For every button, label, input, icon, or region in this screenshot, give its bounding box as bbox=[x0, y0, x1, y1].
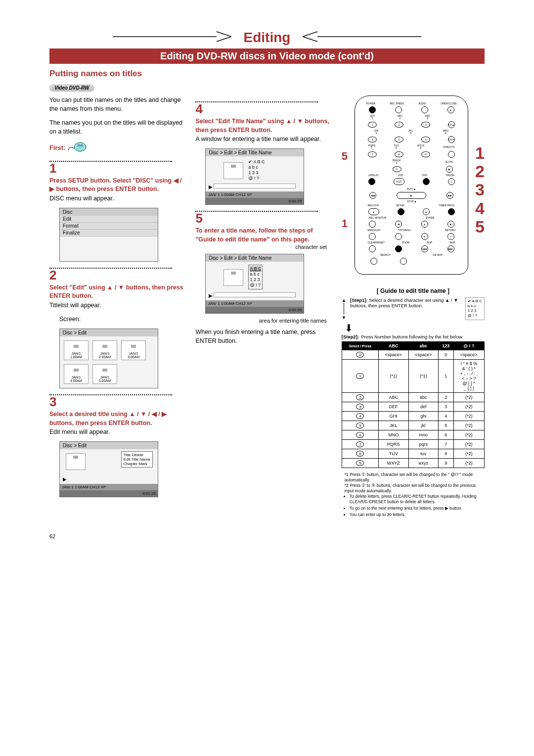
table-cell: MNO bbox=[379, 430, 408, 440]
character-input-table: Select / Press ABC abc 123 @ ! ? 0<space… bbox=[342, 341, 485, 468]
media-badge: Video DVD-RW bbox=[49, 84, 94, 92]
table-cell: (*2) bbox=[453, 421, 484, 430]
step-1-number: 1 bbox=[49, 162, 185, 175]
table-row: 1(*1)(*1)1! " # $ % & ' ( ) * + , - . / … bbox=[342, 360, 484, 393]
table-cell: pqrs bbox=[408, 440, 438, 449]
table-cell: 6 bbox=[438, 430, 453, 440]
osd-header: Disc > Edit bbox=[60, 442, 158, 449]
remote-control-diagram: POWERREC SPEEDAUDIOOPEN/CLOSE ▲ @!?1ABC2… bbox=[355, 95, 468, 275]
step-5-number: 5 bbox=[195, 212, 331, 225]
arrow-down-icon: ⬇ bbox=[345, 322, 485, 334]
table-cell: def bbox=[408, 402, 438, 412]
charset-list: A B C a b c 1 2 3 @ ! ? bbox=[248, 265, 263, 289]
table-cell: (*2) bbox=[453, 440, 484, 449]
title-thumb: JAN/1 5:00AM bbox=[92, 364, 117, 384]
table-cell: (*2) bbox=[453, 430, 484, 440]
table-cell: (*1) bbox=[408, 360, 438, 393]
table-cell: jkl bbox=[408, 421, 438, 430]
callout-1: 1 bbox=[342, 217, 348, 230]
first-label: First: bbox=[49, 143, 66, 151]
table-row: 6MNOmno6(*2) bbox=[342, 430, 484, 440]
table-cell: ! " # $ % & ' ( ) * + , - . / : ; < = > … bbox=[453, 360, 484, 393]
screen-label: Screen: bbox=[59, 315, 185, 324]
key-button: 8 bbox=[342, 449, 378, 459]
table-cell: abc bbox=[408, 393, 438, 402]
key-button: 7 bbox=[342, 440, 378, 449]
page-number: 62 bbox=[49, 533, 485, 539]
step-5-heading: To enter a title name, follow the steps … bbox=[195, 227, 331, 244]
step-2-number: 2 bbox=[49, 269, 185, 282]
step-1-heading: Press SETUP button. Select "DISC" using … bbox=[49, 177, 185, 194]
callout-5: 5 bbox=[342, 150, 348, 163]
key-button: 9 bbox=[342, 459, 378, 468]
key-button: 6 bbox=[342, 430, 378, 440]
key-button: 4 bbox=[342, 412, 378, 421]
col-abc-lower: abc bbox=[408, 342, 438, 350]
section-heading: Putting names on titles bbox=[49, 69, 485, 79]
osd-header: Disc > Edit > Edit Title Name bbox=[206, 149, 304, 156]
osd-info-right: 0:01:25 bbox=[289, 308, 302, 312]
table-cell: 8 bbox=[438, 449, 453, 459]
osd-info-left: JAN/ 1 1:00AM CH12 XP bbox=[208, 192, 252, 197]
table-cell: ghi bbox=[408, 412, 438, 421]
note-asterisk-2: *2 Press ② to ⑨ buttons, character set w… bbox=[345, 483, 485, 494]
step-2-osd: Disc > Edit JAN/1 1:00AM JAN/1 2:00AM JA… bbox=[59, 329, 158, 388]
table-cell: (*2) bbox=[453, 393, 484, 402]
ornament-right bbox=[303, 31, 421, 45]
title-thumb: JAN/1 4:00AM bbox=[64, 364, 89, 384]
guide-step-1: ▲▼ [Step1]: Select a desired character s… bbox=[342, 297, 485, 320]
osd-header: Disc > Edit bbox=[60, 329, 158, 336]
sequence-numbers: 1 2 3 4 5 bbox=[475, 144, 485, 236]
table-row: 2ABCabc2(*2) bbox=[342, 393, 484, 402]
step-1-text: DISC menu will appear. bbox=[49, 194, 185, 203]
step-4-text: A window for entering a title name will … bbox=[195, 135, 331, 143]
note-bullet: To delete letters, press CLEAR/C-RESET b… bbox=[350, 494, 485, 505]
table-row: 8TUVtuv8(*2) bbox=[342, 449, 484, 459]
table-cell: JKL bbox=[379, 421, 408, 430]
table-cell: wxyz bbox=[408, 459, 438, 468]
table-row: 5JKLjkl5(*2) bbox=[342, 421, 484, 430]
table-cell: GHI bbox=[379, 412, 408, 421]
col-abc-upper: ABC bbox=[379, 342, 408, 350]
step-3-number: 3 bbox=[49, 395, 185, 408]
column-middle: 4 Select "Edit Title Name" using ▲ / ▼ b… bbox=[195, 95, 331, 519]
table-cell: 1 bbox=[438, 360, 453, 393]
play-icon: ▶ bbox=[209, 184, 213, 189]
edit-submenu: Title Delete Edit Title Name Chapter Mar… bbox=[121, 451, 153, 468]
osd-header: Disc > Edit > Edit Title Name bbox=[206, 254, 304, 262]
col-123: 123 bbox=[438, 342, 453, 350]
column-right: 5 1 POWERREC SPEEDAUDIOOPEN/CLOSE ▲ @!?1… bbox=[342, 95, 485, 519]
submenu-item: Edit Title Name bbox=[124, 457, 150, 462]
note-bullet: To go on to the next entering area for l… bbox=[350, 506, 485, 511]
key-button: 0 bbox=[342, 350, 378, 360]
caption-area: area for entering title names bbox=[205, 318, 326, 324]
table-cell: tuv bbox=[408, 449, 438, 459]
table-row: 4GHIghi4(*2) bbox=[342, 412, 484, 421]
table-cell: DEF bbox=[379, 402, 408, 412]
svg-text:DVD: DVD bbox=[78, 144, 83, 147]
table-cell: <space> bbox=[408, 350, 438, 360]
table-cell: 0 bbox=[438, 350, 453, 360]
key-button: 3 bbox=[342, 402, 378, 412]
intro-para-1: You can put title names on the titles an… bbox=[49, 95, 185, 113]
column-left: You can put title names on the titles an… bbox=[49, 95, 185, 519]
submenu-item: Title Delete bbox=[124, 453, 150, 457]
step-2-text: Titlelist will appear. bbox=[49, 301, 185, 310]
step-4-osd: Disc > Edit > Edit Title Name ✔ A B C a … bbox=[205, 148, 304, 205]
osd-header: Disc bbox=[60, 208, 158, 216]
col-symbols: @ ! ? bbox=[453, 342, 484, 350]
table-cell: (*2) bbox=[453, 449, 484, 459]
table-cell: (*2) bbox=[453, 459, 484, 468]
title-thumb: JAN/1 3:00AM bbox=[121, 340, 146, 360]
note-asterisk-1: *1 Press ① button, character set will be… bbox=[345, 472, 485, 483]
guide-charset: ✔ A B C a b c 1 2 3 @ ! ? bbox=[465, 297, 485, 320]
title-thumb: JAN/1 2:00AM bbox=[92, 340, 117, 360]
table-cell: 5 bbox=[438, 421, 453, 430]
ornament-left bbox=[113, 31, 231, 45]
osd-item: Edit bbox=[60, 216, 158, 223]
table-cell: 3 bbox=[438, 402, 453, 412]
step-5-closing: When you finish entering a title name, p… bbox=[195, 328, 331, 345]
osd-info-left: JAN/ 1 1:00AM CH12 XP bbox=[208, 301, 252, 306]
guide-step-2: [Step2]: Press Number buttons following … bbox=[342, 334, 485, 339]
table-corner: Select / Press bbox=[342, 342, 378, 350]
